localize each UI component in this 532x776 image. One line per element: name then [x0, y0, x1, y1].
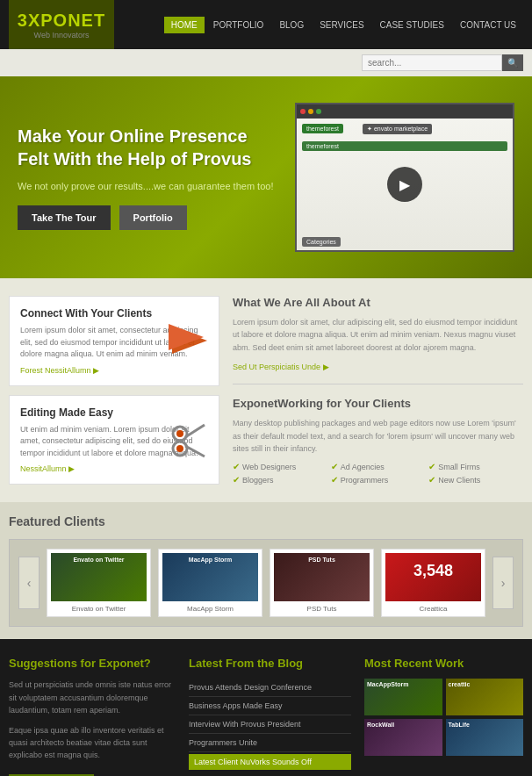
screenshot-container: themeforest ✦ envato marketplace themefo… [297, 104, 513, 250]
main-nav: HOME PORTFOLIO BLOG SERVICES CASE STUDIE… [164, 17, 523, 33]
client-name-creattica: Creattica [385, 605, 481, 613]
section1-link[interactable]: Sed Ut Perspiciatis Unde ▶ [233, 363, 329, 371]
client-thumb-creattica: 3,548 [385, 553, 481, 601]
work-title-text: Most Recent [364, 657, 435, 670]
left-cards: Connect With Your Clients Lorem ipsum do… [9, 296, 219, 485]
card-editing: Editing Made Easy Ut enim ad minim venia… [9, 395, 219, 485]
carousel-next[interactable]: › [492, 557, 514, 609]
check-icon: ✔ [428, 462, 435, 471]
client-thumb-text: Envato on Twitter [51, 553, 147, 566]
suggestions-text2: Eaque ipsa quae ab illo inventore verita… [9, 724, 176, 762]
nav-home[interactable]: HOME [164, 17, 205, 33]
nav-contact[interactable]: CONTACT US [453, 17, 523, 33]
take-tour-button[interactable]: Take The Tour [18, 205, 111, 230]
hero-subtitle: We not only prove our results....we can … [18, 181, 277, 191]
check-icon: ✔ [331, 462, 338, 471]
card-connect: Connect With Your Clients Lorem ipsum do… [9, 296, 219, 386]
header: 3XPONET Web Innovators HOME PORTFOLIO BL… [0, 0, 532, 49]
nav-case-studies[interactable]: CASE STUDIES [373, 17, 451, 33]
nav-portfolio[interactable]: PORTFOLIO [206, 17, 271, 33]
blog-item-3[interactable]: Programmers Unite [189, 734, 351, 752]
carousel-prev[interactable]: ‹ [18, 557, 40, 609]
client-name-macapp: MacApp Storm [162, 605, 258, 613]
client-thumb-text: MacApp Storm [162, 553, 258, 566]
scissors-icon [168, 418, 212, 462]
logo: 3XPONET Web Innovators [9, 0, 114, 49]
divider [233, 384, 523, 384]
client-name-psdtuts: PSD Tuts [274, 605, 370, 613]
client-thumb-text: PSD Tuts [274, 553, 370, 566]
dot-yellow [308, 109, 313, 114]
scissors-icon-container [168, 418, 212, 462]
work-thumb-1[interactable]: creattic [446, 679, 524, 715]
card-connect-link[interactable]: Forest NessitAllumn ▶ [20, 366, 208, 375]
suggestions-col: Suggestions for Exponet? Sed ut perspici… [9, 657, 176, 776]
blog-highlight[interactable]: Latest Client NuVorks Sounds Off [189, 754, 351, 770]
work-thumb-3[interactable]: TabLife [446, 719, 524, 756]
feature-small-firms: ✔ Small Firms [428, 462, 523, 471]
hero-section: Make Your Online Presence Felt With the … [0, 76, 532, 278]
work-thumb-text-2: RockWall [364, 719, 442, 730]
section2-text: Many desktop publishing packages and web… [233, 417, 523, 455]
work-thumb-0[interactable]: MacAppStorm [364, 679, 442, 715]
logo-sub: Web Innovators [34, 31, 90, 40]
search-button[interactable]: 🔍 [502, 54, 523, 71]
blog-item-0[interactable]: Provus Attends Design Conference [189, 679, 351, 697]
blog-col: Latest From the Blog Provus Attends Desi… [189, 657, 351, 776]
client-envato: Envato on Twitter Envato on Twitter [47, 549, 151, 617]
envato-label: ✦ envato marketplace [363, 124, 432, 134]
nav-blog[interactable]: BLOG [272, 17, 311, 33]
blog-title-text: Latest From the [189, 657, 277, 670]
search-input[interactable] [362, 54, 502, 71]
feature-new-clients: ✔ New Clients [428, 475, 523, 485]
card-connect-title: Connect With Your Clients [20, 307, 208, 320]
client-creattica: 3,548 Creattica [381, 549, 485, 617]
suggestions-brand: Exponet? [99, 657, 151, 670]
client-thumb-macapp: MacApp Storm [162, 553, 258, 601]
features-grid: ✔ Web Designers ✔ Ad Agencies ✔ Small Fi… [233, 462, 523, 485]
screenshot-topbar [297, 104, 513, 119]
blog-item-2[interactable]: Interview With Provus President [189, 715, 351, 734]
work-thumb-text-3: TabLife [446, 719, 524, 730]
blog-item-1[interactable]: Business Apps Made Easy [189, 697, 351, 715]
themeforest-label: themeforest [302, 124, 343, 133]
arrow-icon-container [168, 319, 212, 363]
feature-programmers: ✔ Programmers [331, 475, 426, 485]
hero-buttons: Take The Tour Portfolio [18, 205, 277, 230]
hero-screenshot: themeforest ✦ envato marketplace themefo… [295, 103, 514, 252]
nav-services[interactable]: SERVICES [313, 17, 370, 33]
hero-left: Make Your Online Presence Felt With the … [18, 125, 277, 230]
right-content: What We Are All About At Lorem ipsum dol… [233, 296, 523, 485]
dot-red [300, 109, 306, 114]
blog-brand: Blog [277, 657, 303, 670]
blog-title: Latest From the Blog [189, 657, 351, 670]
search-bar: 🔍 [0, 49, 532, 76]
featured-section: Featured Clients ‹ Envato on Twitter Env… [0, 502, 532, 639]
featured-title: Featured Clients [9, 514, 523, 528]
check-icon: ✔ [233, 475, 240, 485]
section1-title: What We Are All About At [233, 296, 523, 309]
client-thumb-psdtuts: PSD Tuts [274, 553, 370, 601]
section2-title: ExponetWorking for Your Clients [233, 397, 523, 410]
content-area: Connect With Your Clients Lorem ipsum do… [0, 278, 532, 502]
dot-green [316, 109, 321, 114]
client-thumb-num: 3,548 [385, 553, 481, 580]
work-thumb-2[interactable]: RockWall [364, 719, 442, 756]
work-brand: Work [435, 657, 464, 670]
feature-bloggers: ✔ Bloggers [233, 475, 327, 485]
section1-text: Lorem ipsum dolor sit amet, clur adipisc… [233, 316, 523, 354]
client-name-envato: Envato on Twitter [51, 605, 147, 613]
play-button[interactable]: ▶ [387, 167, 422, 202]
feature-ad-agencies: ✔ Ad Agencies [331, 462, 426, 471]
card-editing-link[interactable]: NessitAllumn ▶ [20, 464, 208, 473]
work-thumb-text-0: MacAppStorm [364, 679, 442, 690]
arrow-icon [168, 319, 212, 363]
work-col: Most Recent Work MacAppStorm creattic Ro… [364, 657, 523, 776]
check-icon: ✔ [233, 462, 240, 471]
svg-line-4 [185, 425, 205, 437]
suggestions-text1: Sed ut perspiciatis unde omnis iste natu… [9, 679, 176, 716]
check-icon: ✔ [428, 475, 435, 485]
portfolio-button[interactable]: Portfolio [119, 205, 187, 230]
themeforest-bar: themeforest [302, 141, 507, 151]
categories-label: Categories [302, 237, 341, 247]
